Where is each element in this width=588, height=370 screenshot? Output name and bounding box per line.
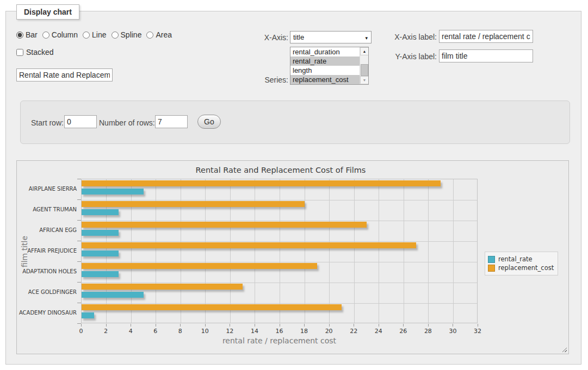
- dropdown-arrow-icon: ▾: [365, 35, 368, 41]
- y-gridline: [82, 283, 477, 283]
- go-button[interactable]: Go: [197, 115, 221, 129]
- series-option-length[interactable]: length: [290, 66, 360, 75]
- bar-rental_rate: [82, 250, 119, 256]
- stacked-label: Stacked: [26, 48, 54, 57]
- x-tick-label: 12: [221, 328, 238, 335]
- fieldset-legend: Display chart: [16, 4, 79, 20]
- x-axis-select[interactable]: title ▾: [290, 31, 372, 43]
- category-label: ADAPTATION HOLES: [17, 268, 77, 274]
- legend-item-rental_rate: rental_rate: [488, 255, 554, 263]
- x-tick-label: 18: [296, 328, 312, 335]
- y-gridline: [82, 303, 477, 304]
- bar-rental_rate: [82, 312, 94, 318]
- y-tick-mark: [77, 261, 81, 262]
- start-row-label: Start row:: [31, 118, 64, 127]
- bar-replacement_cost: [82, 201, 305, 207]
- x-tick-label: 4: [122, 328, 139, 335]
- x-tick-label: 0: [73, 328, 89, 335]
- x-axis-label-input[interactable]: [439, 30, 533, 43]
- chart-type-radio-bar[interactable]: [16, 32, 23, 39]
- y-tick-mark: [77, 179, 81, 179]
- x-tick-label: 30: [444, 328, 461, 335]
- series-option-replacement_cost[interactable]: replacement_cost: [290, 75, 360, 84]
- x-tick-mark: [403, 324, 404, 327]
- x-tick-mark: [329, 324, 330, 327]
- chart-type-radio-spline[interactable]: [112, 32, 119, 39]
- series-scrollbar[interactable]: ▲ ▼: [360, 47, 368, 84]
- x-tick-mark: [280, 324, 280, 327]
- number-of-rows-input[interactable]: [155, 115, 188, 128]
- chart-type-radio-label: Bar: [26, 30, 38, 39]
- x-gridline: [329, 179, 330, 323]
- series-listbox[interactable]: rental_durationrental_ratelengthreplacem…: [290, 47, 369, 85]
- start-row-input[interactable]: [64, 115, 97, 128]
- x-gridline: [379, 179, 379, 323]
- y-tick-mark: [77, 199, 81, 200]
- x-tick-mark: [81, 324, 82, 327]
- chart-type-radio-group: BarColumnLineSplineArea: [16, 30, 172, 39]
- chart-type-radio-label: Line: [92, 30, 106, 39]
- x-tick-label: 16: [271, 328, 288, 335]
- chart-legend: rental_ratereplacement_cost: [485, 252, 558, 275]
- category-label: AGENT TRUMAN: [17, 206, 77, 212]
- y-tick-mark: [77, 282, 81, 283]
- series-option-rental_duration[interactable]: rental_duration: [290, 47, 360, 57]
- x-tick-mark: [428, 324, 429, 327]
- category-label: AIRPLANE SIERRA: [17, 186, 77, 192]
- category-label: AFFAIR PREJUDICE: [17, 248, 77, 254]
- y-axis-label-input[interactable]: [439, 49, 533, 62]
- x-tick-label: 22: [345, 328, 362, 335]
- chart-panel: Rental Rate and Replacement Cost of Film…: [16, 160, 569, 354]
- x-tick-mark: [255, 324, 255, 327]
- x-tick-label: 10: [197, 328, 213, 335]
- series-list-label: Series:: [256, 76, 288, 84]
- scroll-down-icon[interactable]: ▼: [360, 76, 369, 84]
- chart-type-option-column: Column: [42, 30, 78, 39]
- chart-type-radio-line[interactable]: [83, 32, 90, 39]
- chart-x-axis-label: rental rate / replacement cost: [81, 336, 478, 345]
- legend-swatch-icon: [488, 256, 495, 263]
- bar-replacement_cost: [82, 284, 243, 290]
- y-tick-mark: [77, 323, 81, 324]
- bar-rental_rate: [82, 271, 119, 277]
- stacked-checkbox[interactable]: [16, 49, 23, 56]
- resize-handle-icon[interactable]: [561, 346, 567, 352]
- x-tick-label: 24: [370, 328, 387, 335]
- x-tick-label: 2: [98, 328, 114, 335]
- y-gridline: [82, 262, 477, 262]
- y-axis-label-field-label: Y-Axis label:: [388, 52, 437, 61]
- scroll-up-icon[interactable]: ▲: [360, 47, 369, 55]
- scrollbar-thumb[interactable]: [361, 64, 368, 76]
- bar-replacement_cost: [82, 222, 367, 228]
- chart-plot-area: [81, 179, 478, 323]
- bar-replacement_cost: [82, 304, 342, 310]
- chart-title-input[interactable]: [16, 68, 113, 81]
- page: Display chart BarColumnLineSplineArea St…: [0, 0, 588, 370]
- x-gridline: [428, 179, 429, 323]
- chart-type-radio-column[interactable]: [42, 32, 49, 39]
- category-label: AFRICAN EGG: [17, 227, 77, 233]
- chart-type-radio-label: Column: [52, 30, 78, 39]
- chart-type-option-spline: Spline: [112, 30, 142, 39]
- chart-type-radio-area[interactable]: [146, 32, 153, 39]
- chart-type-radio-label: Area: [156, 30, 172, 39]
- x-tick-mark: [156, 324, 156, 327]
- chart-type-option-line: Line: [83, 30, 106, 39]
- x-tick-mark: [354, 324, 354, 327]
- series-option-rental_rate[interactable]: rental_rate: [290, 57, 360, 66]
- bar-rental_rate: [82, 209, 119, 215]
- bar-replacement_cost: [82, 242, 416, 248]
- y-tick-mark: [77, 303, 81, 303]
- x-gridline: [354, 179, 355, 323]
- chart-type-radio-label: Spline: [121, 30, 142, 39]
- y-gridline: [82, 200, 477, 200]
- y-tick-mark: [77, 220, 81, 221]
- y-gridline: [82, 241, 477, 242]
- series-options: rental_durationrental_ratelengthreplacem…: [290, 47, 360, 84]
- x-tick-mark: [304, 324, 305, 327]
- legend-label: replacement_cost: [498, 264, 554, 272]
- x-gridline: [404, 179, 404, 323]
- chart-type-option-bar: Bar: [16, 30, 38, 39]
- x-tick-label: 8: [172, 328, 188, 335]
- x-tick-label: 32: [469, 328, 486, 335]
